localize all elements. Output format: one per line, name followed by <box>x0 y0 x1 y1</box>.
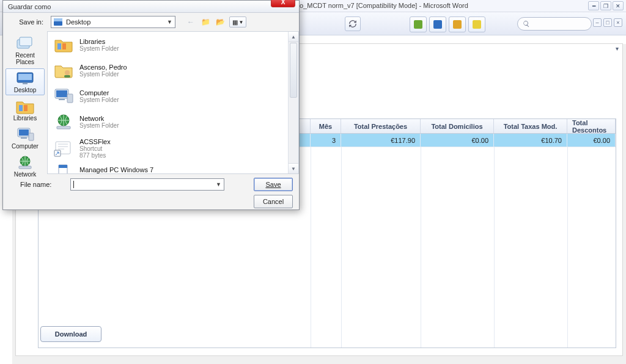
item-sub: System Folder <box>79 122 119 129</box>
svg-rect-12 <box>19 166 31 169</box>
doc-restore-button[interactable]: □ <box>603 18 612 27</box>
new-folder-button[interactable]: 📂 <box>215 16 226 27</box>
word-close-button[interactable]: ✕ <box>613 1 624 10</box>
svg-rect-9 <box>21 137 27 139</box>
item-name: Managed PC Windows 7 <box>79 166 153 173</box>
place-label: Computer <box>6 143 44 150</box>
chevron-down-icon: ▼ <box>239 20 244 25</box>
grid-cell: 3 <box>311 134 341 147</box>
grid-header-cell[interactable]: Total Descontos <box>567 119 616 133</box>
file-list-scrollbar[interactable]: ▲ ▼ <box>288 32 298 173</box>
place-recent[interactable]: Recent Places <box>6 34 45 67</box>
dialog-titlebar[interactable]: Guardar como X <box>3 1 299 13</box>
list-item[interactable]: LibrariesSystem Folder <box>48 32 298 57</box>
grid-cell: €0.00 <box>567 134 616 147</box>
square-green-icon <box>414 20 422 29</box>
item-name: Network <box>79 115 119 122</box>
libraries-icon <box>15 98 35 114</box>
word-restore-button[interactable]: ❐ <box>600 1 611 10</box>
save-button[interactable]: Save <box>254 178 293 191</box>
user-folder-icon <box>54 62 73 78</box>
chevron-down-icon: ▼ <box>216 181 221 187</box>
network-icon <box>54 113 73 130</box>
list-item[interactable]: Ascenso, PedroSystem Folder <box>48 57 298 83</box>
nav-up-button[interactable]: 📁 <box>200 16 211 27</box>
grid-cell: €10.70 <box>494 134 567 147</box>
ribbon-btn-2[interactable] <box>429 16 446 32</box>
item-sub: System Folder <box>79 45 119 52</box>
square-blue-icon <box>433 20 442 29</box>
scroll-up-button[interactable]: ▲ <box>289 32 298 42</box>
place-label: Network <box>6 171 44 178</box>
item-sub: Shortcut <box>79 145 111 152</box>
ribbon-search-input[interactable] <box>517 17 592 31</box>
doc-close-button[interactable]: × <box>614 18 622 27</box>
grid-header-cell[interactable]: Mês <box>311 119 341 133</box>
svg-rect-4 <box>23 82 28 84</box>
save-in-select[interactable]: Desktop ▼ <box>51 16 175 28</box>
list-item[interactable]: NetworkSystem Folder <box>48 109 298 134</box>
filename-combobox[interactable]: ▼ <box>70 178 224 191</box>
refresh-icon <box>348 20 357 28</box>
grid-header-cell[interactable]: Total Prestações <box>341 119 421 133</box>
chevron-down-icon[interactable]: ▾ <box>616 45 619 52</box>
document-icon <box>57 164 70 174</box>
item-name: Computer <box>79 89 119 96</box>
dialog-toolbar: Save in: Desktop ▼ ← 📁 📂 ▦ ▼ <box>3 13 299 31</box>
dialog-title-text: Guardar como <box>8 3 51 10</box>
item-sub: System Folder <box>79 71 127 78</box>
ribbon-btn-4[interactable] <box>468 16 485 32</box>
download-button[interactable]: Download <box>40 326 101 342</box>
doc-minimize-button[interactable]: – <box>593 18 602 27</box>
word-minimize-button[interactable]: ━ <box>588 1 599 10</box>
place-label: Desktop <box>6 87 44 93</box>
file-list[interactable]: LibrariesSystem Folder Ascenso, PedroSys… <box>47 31 299 174</box>
computer-icon <box>53 87 74 104</box>
list-item[interactable]: Managed PC Windows 7 <box>48 162 298 174</box>
square-orange-icon <box>453 20 462 29</box>
arrow-left-icon: ← <box>187 18 194 26</box>
item-name: ACSSFlex <box>79 138 111 145</box>
views-menu-button[interactable]: ▦ ▼ <box>229 16 246 27</box>
scroll-down-button[interactable]: ▼ <box>289 163 298 173</box>
computer-icon <box>16 127 34 142</box>
desktop-icon <box>54 18 62 26</box>
folder-up-icon: 📁 <box>201 18 210 26</box>
ribbon-btn-1[interactable] <box>410 16 427 32</box>
places-bar: Recent Places Desktop Libraries Computer… <box>3 31 47 174</box>
place-libraries[interactable]: Libraries <box>6 96 45 123</box>
list-item[interactable]: ComputerSystem Folder <box>48 83 298 109</box>
place-label: Recent Places <box>6 52 44 65</box>
scroll-thumb[interactable] <box>290 43 297 98</box>
libraries-icon <box>54 37 73 53</box>
nav-back-button[interactable]: ← <box>185 16 196 27</box>
cancel-button[interactable]: Cancel <box>254 195 293 208</box>
chevron-down-icon: ▼ <box>167 19 172 25</box>
grid-header-cell[interactable]: Total Taxas Mod. <box>494 119 567 133</box>
place-desktop[interactable]: Desktop <box>6 68 45 95</box>
svg-rect-10 <box>29 133 34 140</box>
ribbon-view-group <box>410 16 485 32</box>
place-network[interactable]: Network <box>6 153 45 180</box>
new-folder-icon: 📂 <box>216 18 225 26</box>
grid-header-cell[interactable]: Total Domicílios <box>421 119 494 133</box>
svg-rect-20 <box>67 94 73 103</box>
recent-places-icon <box>16 36 34 51</box>
ribbon-btn-3[interactable] <box>449 16 466 32</box>
svg-rect-22 <box>57 126 70 129</box>
item-sub: System Folder <box>79 96 119 103</box>
shortcut-icon <box>53 139 74 158</box>
desktop-icon <box>16 71 34 85</box>
save-as-dialog: Guardar como X Save in: Desktop ▼ ← 📁 📂 … <box>2 0 300 210</box>
grid-cell: €117.90 <box>341 134 421 147</box>
svg-rect-5 <box>19 105 23 111</box>
svg-rect-3 <box>18 74 32 80</box>
text-cursor-icon <box>73 181 74 188</box>
ribbon-refresh-button[interactable] <box>345 16 361 31</box>
dialog-close-button[interactable]: X <box>271 0 295 7</box>
item-name: Ascenso, Pedro <box>79 64 127 71</box>
grid-cell: €0.00 <box>421 134 494 147</box>
place-computer[interactable]: Computer <box>6 125 45 151</box>
list-item[interactable]: ACSSFlexShortcut877 bytes <box>48 134 298 162</box>
svg-rect-6 <box>24 105 28 111</box>
